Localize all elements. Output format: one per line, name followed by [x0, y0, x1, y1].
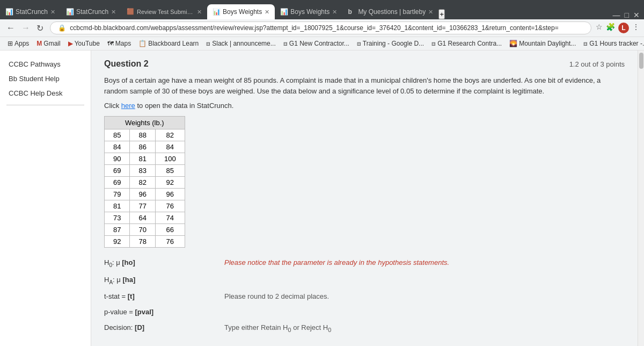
decision-row: Decision: [D] Type either Retain H0 or R… [104, 323, 625, 333]
table-cell: 100 [155, 153, 185, 165]
tab-boys-weights-2[interactable]: 📊 Boys Weights ✕ [275, 4, 342, 19]
table-header: Weights (lb.) [105, 117, 185, 129]
tab-close-3[interactable]: ✕ [197, 9, 202, 16]
tab-label-5: Boys Weights [290, 8, 330, 16]
tstat-row: t-stat = [t] Please round to 2 decimal p… [104, 292, 625, 300]
tab-statcrunch-2[interactable]: 📊 StatCrunch ✕ [61, 4, 121, 19]
tab-close-6[interactable]: ✕ [428, 9, 433, 16]
bookmark-apps[interactable]: ⊞ Apps [4, 39, 32, 48]
bookmark-mountain[interactable]: 🌄 Mountain Daylight... [506, 39, 579, 48]
bookmark-youtube-label: YouTube [75, 40, 100, 47]
sidebar-item-bb-help[interactable]: Bb Student Help [0, 71, 91, 86]
table-cell: 81 [105, 200, 130, 212]
bookmark-training[interactable]: ⧈ Training - Google D... [354, 39, 427, 48]
bookmark-blackboard[interactable]: 📋 Blackboard Learn [135, 39, 202, 48]
decision-label: Decision: [D] [104, 323, 211, 331]
table-cell: 96 [155, 189, 185, 200]
tab-close-5[interactable]: ✕ [332, 9, 337, 16]
right-scrollbar[interactable] [638, 51, 644, 346]
table-row: 698385 [105, 165, 185, 177]
bookmark-slack-label: Slack | announceme... [212, 40, 276, 47]
table-row: 9081100 [105, 153, 185, 165]
table-cell: 84 [105, 141, 130, 153]
profile-icon[interactable]: L [618, 23, 629, 33]
tab-favicon-4: 📊 [213, 8, 220, 16]
bookmarks-bar: ⊞ Apps M Gmail ▶ YouTube 🗺 Maps 📋 Blackb… [0, 37, 644, 51]
table-cell: 76 [155, 200, 185, 212]
new-tab-button[interactable]: + [438, 9, 445, 19]
hypothesis-section: H0: μ [ho] Please notice that the parame… [104, 258, 625, 333]
menu-icon[interactable]: ⋮ [632, 23, 640, 33]
table-cell: 76 [155, 236, 185, 248]
table-row: 698292 [105, 177, 185, 189]
hours-icon: ⧈ [583, 40, 588, 47]
research-icon: ⧈ [431, 40, 436, 47]
tab-label-4: Boys Weights [223, 8, 262, 16]
scrollbar-thumb [639, 53, 643, 69]
sidebar-item-ccbc-pathways[interactable]: CCBC Pathways [0, 57, 91, 71]
here-link[interactable]: here [121, 102, 135, 110]
bookmark-hours[interactable]: ⧈ G1 Hours tracker -... [580, 39, 644, 48]
star-icon[interactable]: ☆ [596, 23, 603, 33]
tab-close-4[interactable]: ✕ [265, 9, 269, 16]
tab-boys-weights-1[interactable]: 📊 Boys Weights ✕ [207, 4, 275, 19]
tab-bartleby[interactable]: b My Questions | bartleby ✕ [342, 4, 438, 19]
bookmark-research-label: G1 Research Contra... [437, 40, 502, 47]
close-button[interactable]: ✕ [633, 11, 640, 19]
bookmark-blackboard-label: Blackboard Learn [148, 40, 199, 47]
minimize-button[interactable]: — [613, 11, 620, 19]
browser-chrome: 📊 StatCrunch ✕ 📊 StatCrunch ✕ 🟫 Review T… [0, 0, 644, 51]
training-icon: ⧈ [357, 40, 361, 47]
tstat-label: t-stat = [t] [104, 292, 211, 300]
tstat-note: Please round to 2 decimal places. [224, 292, 329, 300]
slack-icon: ⧈ [206, 40, 210, 47]
bookmark-maps[interactable]: 🗺 Maps [104, 39, 134, 48]
sidebar-item-ccbc-help-desk[interactable]: CCBC Help Desk [0, 86, 91, 100]
extension-icon[interactable]: 🧩 [606, 23, 615, 33]
table-cell: 73 [105, 212, 130, 224]
tab-favicon-6: b [348, 8, 355, 16]
tab-label-2: StatCrunch [76, 8, 108, 16]
table-cell: 82 [130, 177, 155, 189]
table-cell: 74 [155, 212, 185, 224]
maximize-button[interactable]: □ [625, 11, 629, 19]
reload-button[interactable]: ↻ [34, 22, 46, 34]
tab-close-1[interactable]: ✕ [50, 9, 55, 16]
tab-statcrunch-1[interactable]: 📊 StatCrunch ✕ [0, 4, 61, 19]
table-cell: 79 [105, 189, 130, 200]
bookmark-g1contractor-label: G1 New Contractor... [289, 40, 349, 47]
page-layout: CCBC Pathways Bb Student Help CCBC Help … [0, 51, 644, 346]
question-header: Question 2 1.2 out of 3 points [104, 59, 625, 69]
table-cell: 64 [130, 212, 155, 224]
h0-note: Please notice that the parameter is alre… [224, 258, 449, 266]
table-cell: 83 [130, 165, 155, 177]
bookmark-g1contractor[interactable]: ⧈ G1 New Contractor... [280, 39, 353, 48]
bookmark-slack[interactable]: ⧈ Slack | announceme... [203, 39, 279, 48]
click-link: Click here to open the data in StatCrunc… [104, 102, 625, 110]
youtube-icon: ▶ [68, 40, 73, 47]
address-input[interactable]: 🔒 ccbcmd-bb.blackboard.com/webapps/asses… [50, 21, 591, 34]
tab-label-6: My Questions | bartleby [358, 8, 426, 16]
tab-label-1: StatCrunch [16, 8, 48, 16]
bookmark-youtube[interactable]: ▶ YouTube [65, 39, 103, 48]
tab-close-2[interactable]: ✕ [111, 9, 116, 16]
ha-label: HA: μ [ha] [104, 276, 211, 285]
g1contractor-icon: ⧈ [283, 40, 288, 47]
bookmark-gmail[interactable]: M Gmail [33, 39, 63, 48]
forward-button[interactable]: → [19, 22, 32, 34]
table-cell: 84 [155, 141, 185, 153]
back-button[interactable]: ← [4, 22, 17, 34]
click-text: Click [104, 102, 119, 110]
lock-icon: 🔒 [58, 24, 66, 32]
address-icons: ☆ 🧩 L ⋮ [596, 23, 640, 33]
mountain-icon: 🌄 [509, 40, 517, 47]
tab-favicon-1: 📊 [5, 8, 13, 16]
table-cell: 85 [155, 165, 185, 177]
weights-table: Weights (lb.) 85888284868490811006983856… [104, 116, 185, 248]
tab-review[interactable]: 🟫 Review Test Submission: Ho... ✕ [121, 4, 207, 19]
table-row: 799696 [105, 189, 185, 200]
table-cell: 86 [130, 141, 155, 153]
table-cell: 96 [130, 189, 155, 200]
table-cell: 92 [155, 177, 185, 189]
bookmark-research[interactable]: ⧈ G1 Research Contra... [428, 39, 505, 48]
